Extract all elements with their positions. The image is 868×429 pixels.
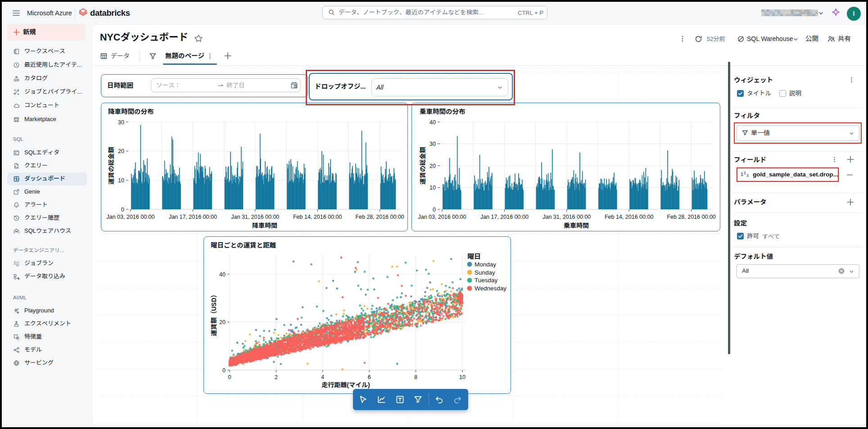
svg-text:Jan 03, 2016 00:00: Jan 03, 2016 00:00 (106, 214, 154, 220)
svg-text:20: 20 (219, 319, 226, 325)
svg-text:Feb 28, 2016 00:00: Feb 28, 2016 00:00 (355, 214, 404, 220)
svg-text:40: 40 (219, 271, 226, 278)
svg-text:30: 30 (118, 119, 124, 126)
svg-text:8: 8 (414, 374, 417, 380)
svg-text:曜日ごとの運賃と距離: 曜日ごとの運賃と距離 (211, 242, 276, 249)
svg-text:20: 20 (429, 163, 436, 169)
svg-text:曜日: 曜日 (467, 253, 481, 260)
svg-text:40: 40 (429, 119, 436, 126)
svg-text:0: 0 (433, 207, 436, 213)
svg-text:降車時間の分布: 降車時間の分布 (108, 108, 154, 115)
svg-text:Feb 14, 2016 00:00: Feb 14, 2016 00:00 (293, 214, 342, 220)
svg-text:Feb 28, 2016 00:00: Feb 28, 2016 00:00 (667, 214, 715, 220)
svg-text:運賃額（USD）: 運賃額（USD） (210, 291, 217, 336)
svg-text:Jan 17, 2016 00:00: Jan 17, 2016 00:00 (169, 214, 217, 220)
svg-text:2: 2 (275, 374, 278, 380)
svg-text:10: 10 (118, 177, 124, 184)
svg-text:乗車時間の分布: 乗車時間の分布 (420, 108, 466, 115)
svg-text:10: 10 (459, 374, 466, 380)
svg-text:Wednesday: Wednesday (475, 285, 506, 292)
svg-text:Tuesday: Tuesday (475, 277, 498, 284)
svg-text:20: 20 (118, 148, 124, 154)
svg-text:10: 10 (429, 185, 436, 191)
svg-text:運賃の総金額: 運賃の総金額 (108, 147, 115, 185)
svg-text:30: 30 (429, 141, 436, 147)
svg-text:走行距離(マイル): 走行距離(マイル) (321, 381, 370, 388)
svg-text:Jan 31, 2016 00:00: Jan 31, 2016 00:00 (542, 214, 591, 220)
svg-text:Jan 03, 2016 00:00: Jan 03, 2016 00:00 (418, 214, 466, 220)
svg-text:0: 0 (222, 367, 226, 374)
svg-text:0: 0 (228, 374, 231, 380)
svg-text:4: 4 (321, 374, 324, 380)
svg-text:Jan 17, 2016 00:00: Jan 17, 2016 00:00 (480, 214, 529, 220)
svg-text:乗車時間: 乗車時間 (564, 222, 589, 229)
svg-text:Feb 14, 2016 00:00: Feb 14, 2016 00:00 (605, 214, 653, 220)
svg-text:6: 6 (368, 374, 371, 380)
svg-text:0: 0 (121, 207, 124, 213)
svg-text:運賃の総金額: 運賃の総金額 (419, 147, 426, 185)
svg-text:Monday: Monday (475, 261, 496, 268)
svg-text:Jan 31, 2016 00:00: Jan 31, 2016 00:00 (231, 214, 279, 220)
svg-text:Sunday: Sunday (475, 269, 495, 276)
svg-text:降車時間: 降車時間 (252, 222, 277, 229)
